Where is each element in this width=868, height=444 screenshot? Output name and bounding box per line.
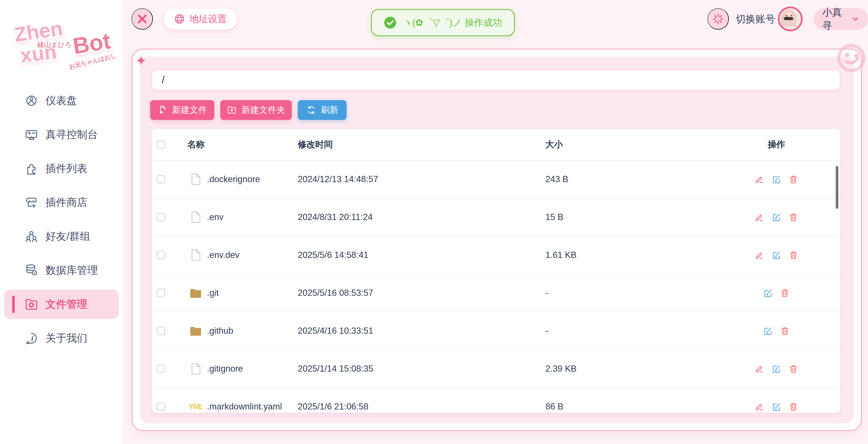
rename-button[interactable] (755, 175, 764, 184)
sidebar-menu: 仪表盘 真寻控制台 插件列表 (4, 86, 119, 357)
row-checkbox[interactable] (157, 289, 165, 297)
modified-time: 2024/8/31 20:11:24 (298, 199, 439, 236)
table-header: 名称 修改时间 大小 操作 (152, 129, 840, 160)
table-scrollbar-thumb[interactable] (836, 166, 838, 209)
folder-icon (189, 287, 202, 299)
delete-button[interactable] (788, 212, 798, 222)
address-settings-button[interactable]: 地址设置 (164, 8, 237, 29)
new-file-button[interactable]: 新建文件 (150, 100, 214, 120)
edit-square-icon (763, 326, 773, 336)
sidebar-item-plugin-list[interactable]: 插件列表 (4, 154, 119, 183)
row-checkbox[interactable] (157, 327, 165, 335)
sidebar-item-label: 插件列表 (45, 161, 87, 176)
refresh-label: 刷新 (321, 104, 338, 116)
file-table: 名称 修改时间 大小 操作 YML .dockerignore 2024/12/… (152, 129, 840, 413)
avatar-image (779, 8, 798, 26)
modified-time: 2025/1/6 21:06:58 (298, 388, 439, 413)
delete-button[interactable] (788, 250, 798, 260)
sidebar-item-file-manager[interactable]: 文件管理 (4, 290, 119, 319)
rename-button[interactable] (755, 250, 764, 260)
close-icon (136, 13, 148, 25)
column-header-name: 名称 (187, 129, 272, 160)
toast-message: ヽ(✿゜▽゜)ノ 操作成功 (403, 17, 502, 29)
row-checkbox[interactable] (157, 175, 165, 183)
refresh-button[interactable]: 刷新 (298, 100, 347, 120)
edit-button[interactable] (772, 364, 781, 374)
file-name: .dockerignore (207, 160, 292, 198)
rename-button[interactable] (755, 364, 764, 374)
table-row: YML .markdownlint.yaml 2025/1/6 21:06:58… (152, 388, 840, 413)
path-input[interactable] (152, 69, 840, 90)
sidebar-item-console[interactable]: 真寻控制台 (4, 120, 119, 149)
puzzle-icon (25, 162, 38, 175)
row-checkbox[interactable] (157, 403, 165, 411)
delete-button[interactable] (780, 288, 790, 298)
table-body: YML .dockerignore 2024/12/13 14:48:57 24… (152, 160, 840, 413)
trash-icon (788, 212, 798, 222)
file-name: .git (207, 274, 292, 312)
edit-button[interactable] (772, 250, 781, 260)
modified-time: 2025/1/14 15:08:35 (298, 350, 439, 387)
user-avatar[interactable] (778, 6, 803, 31)
store-icon (25, 196, 38, 209)
edit-square-icon (772, 250, 781, 260)
trash-icon (780, 326, 790, 336)
edit-button[interactable] (772, 212, 781, 222)
edit-button[interactable] (763, 326, 773, 336)
switch-account-button[interactable]: 切换账号 (736, 0, 775, 38)
edit-button[interactable] (772, 402, 781, 412)
table-row: YML .gitignore 2025/1/14 15:08:35 2.39 K… (152, 350, 840, 388)
sidebar-item-dashboard[interactable]: 仪表盘 (4, 86, 119, 115)
table-row: YML .env 2024/8/31 20:11:24 15 B (152, 199, 840, 236)
table-row: YML .dockerignore 2024/12/13 14:48:57 24… (152, 160, 840, 199)
delete-button[interactable] (788, 364, 798, 374)
pencil-icon (755, 212, 764, 222)
file-size: 2.39 KB (546, 350, 630, 387)
sidebar-item-friends-groups[interactable]: 好友/群组 (4, 222, 119, 251)
modified-time: 2025/5/6 14:58:41 (298, 236, 439, 274)
row-checkbox[interactable] (157, 251, 165, 259)
row-checkbox[interactable] (157, 364, 165, 373)
file-size: 243 B (546, 160, 630, 198)
sidebar-item-label: 仪表盘 (45, 94, 77, 108)
trash-icon (780, 288, 790, 298)
starburst-icon (712, 13, 724, 25)
file-size: - (546, 312, 630, 350)
select-all-checkbox[interactable] (157, 140, 165, 149)
table-row: YML .env.dev 2025/5/6 14:58:41 1.61 KB (152, 236, 840, 274)
sparkle-decoration: ✦ (135, 54, 147, 68)
trash-icon (788, 175, 798, 184)
delete-button[interactable] (780, 326, 790, 336)
pencil-icon (755, 402, 764, 412)
sidebar-item-database[interactable]: 数据库管理 (4, 256, 119, 285)
new-folder-button[interactable]: 新建文件夹 (220, 100, 292, 120)
rename-button[interactable] (755, 212, 764, 222)
sidebar-item-label: 文件管理 (45, 297, 87, 312)
people-icon (25, 230, 38, 243)
row-checkbox[interactable] (157, 213, 165, 221)
edit-button[interactable] (763, 288, 773, 298)
account-dropdown[interactable]: 小真寻 (814, 8, 868, 30)
logo-caption-1: 緒山まひろ (37, 40, 72, 49)
close-button[interactable] (131, 8, 153, 30)
trash-icon (788, 402, 798, 412)
modified-time: 2025/5/16 08:53:57 (298, 274, 439, 312)
modified-time: 2025/4/16 10:33:51 (298, 312, 439, 350)
file-icon (190, 248, 201, 262)
info-icon: i (25, 331, 38, 345)
svg-text:i: i (31, 334, 34, 343)
edit-square-icon (772, 402, 781, 412)
sidebar-item-label: 关于我们 (45, 331, 87, 345)
table-row: YML .git 2025/5/16 08:53:57 - (152, 274, 840, 312)
edit-button[interactable] (772, 175, 781, 184)
delete-button[interactable] (788, 402, 798, 412)
sparkle-button[interactable] (707, 8, 729, 30)
delete-button[interactable] (788, 175, 798, 184)
file-size: - (546, 274, 630, 312)
sidebar-item-about[interactable]: i 关于我们 (4, 324, 119, 353)
file-name: .env (207, 199, 292, 236)
sidebar-item-plugin-store[interactable]: 插件商店 (4, 188, 119, 217)
file-icon (190, 211, 201, 224)
rename-button[interactable] (755, 402, 764, 412)
file-size: 15 B (546, 199, 630, 236)
